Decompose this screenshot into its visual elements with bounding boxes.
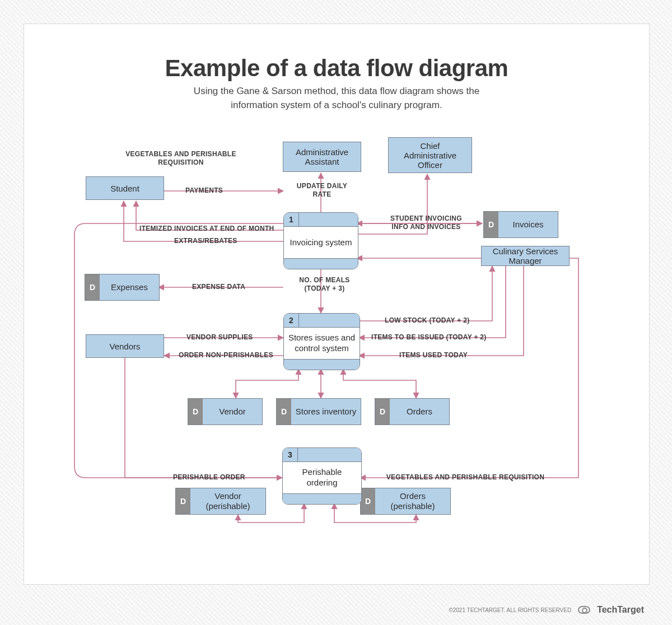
entity-cao: Chief Administrative Officer	[388, 137, 472, 173]
entity-student: Student	[86, 176, 164, 200]
flow-extras: EXTRAS/REBATES	[174, 237, 237, 245]
store-orders-perishable: DOrders (perishable)	[360, 488, 451, 515]
diagram-card: Example of a data flow diagram Using the…	[24, 24, 650, 585]
entity-vendors: Vendors	[86, 334, 164, 358]
store-vendor-perishable: DVendor (perishable)	[175, 488, 266, 515]
flow-student-invoicing: STUDENT INVOICING INFO AND INVOICES	[382, 214, 470, 231]
flow-order-nonperish: ORDER NON-PERISHABLES	[179, 351, 273, 360]
process-perishable-ordering: 3 Perishable ordering	[282, 447, 362, 505]
flow-perishable-order: PERISHABLE ORDER	[173, 473, 245, 482]
eye-icon	[578, 606, 590, 614]
store-stores-inventory: DStores inventory	[276, 398, 361, 425]
footer-copyright: ©2021 TECHTARGET. ALL RIGHTS RESERVED	[449, 607, 571, 613]
store-orders: DOrders	[375, 398, 450, 425]
flow-veg-req-top: VEGETABLES AND PERISHABLE REQUISITION	[102, 150, 259, 167]
flow-no-meals: NO. OF MEALS (TODAY + 3)	[295, 276, 354, 293]
process-invoicing-system: 1 Invoicing system	[283, 212, 358, 269]
store-vendor: DVendor	[188, 398, 263, 425]
footer-brand: TechTarget	[597, 605, 644, 615]
flow-veg-req-bottom: VEGETABLES AND PERISHABLE REQUISITION	[381, 473, 549, 482]
flow-expense-data: EXPENSE DATA	[192, 283, 245, 291]
flow-itemized: ITEMIZED INVOICES AT END OF MONTH	[139, 225, 274, 233]
flow-vendor-supplies: VENDOR SUPPLIES	[186, 333, 253, 342]
flow-low-stock: LOW STOCK (TODAY + 2)	[385, 316, 470, 325]
diagram-title: Example of a data flow diagram	[24, 55, 649, 82]
entity-admin-assistant: Administrative Assistant	[283, 142, 361, 172]
flow-payments: PAYMENTS	[185, 186, 223, 195]
diagram-subtitle: Using the Gane & Sarson method, this dat…	[24, 85, 649, 112]
flow-items-used: ITEMS USED TODAY	[399, 351, 468, 360]
footer: ©2021 TECHTARGET. ALL RIGHTS RESERVED Te…	[449, 605, 644, 615]
entity-csm: Culinary Services Manager	[481, 246, 570, 266]
process-stores-control: 2 Stores issues and control system	[283, 313, 360, 370]
store-expenses: DExpenses	[85, 274, 160, 301]
flow-update-daily-rate: UPDATE DAILY RATE	[296, 182, 348, 199]
store-invoices: DInvoices	[483, 211, 558, 238]
flow-items-to-issue: ITEMS TO BE ISSUED (TODAY + 2)	[371, 333, 487, 342]
